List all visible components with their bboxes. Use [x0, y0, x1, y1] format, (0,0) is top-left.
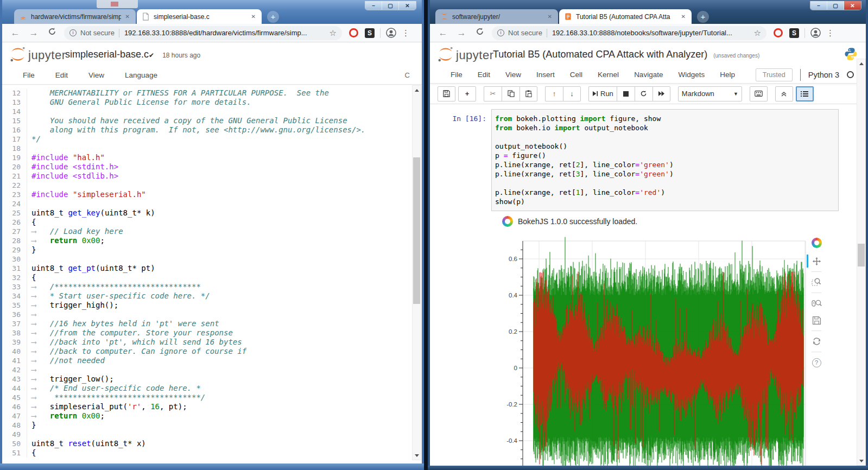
browser-toolbar: ← → i Not secure 192.168.33.10:8888/note… — [430, 24, 866, 42]
code-line: 33⟶/******************************** — [2, 282, 422, 291]
run-button[interactable]: Run — [588, 86, 617, 101]
back-icon[interactable]: ← — [438, 28, 448, 39]
help-tool-icon[interactable]: ? — [809, 355, 824, 370]
info-icon[interactable]: i — [497, 29, 504, 36]
add-cell-button[interactable]: + — [458, 86, 476, 101]
browser-tab-files[interactable]: hardware/victims/firmware/simpl ✕ — [14, 9, 136, 24]
jupyter-logo[interactable]: jupyter — [438, 46, 494, 62]
tab-close-icon[interactable]: ✕ — [124, 14, 131, 20]
scroll-down-arrow[interactable] — [413, 451, 421, 460]
forward-icon[interactable]: → — [456, 28, 467, 39]
restart-kernel-button[interactable] — [635, 86, 652, 101]
divider — [547, 29, 547, 37]
jupyter-logo[interactable]: jupyter — [10, 46, 66, 62]
close-button[interactable]: ✕ — [399, 1, 416, 10]
file-title[interactable]: simpleserial-base.c✔ 18 hours ago — [65, 49, 200, 60]
maximize-button[interactable]: ▢ — [382, 1, 399, 10]
notebook-title[interactable]: Tutorial B5 (Automated CPA Attack with A… — [493, 49, 759, 60]
extension-o-icon[interactable] — [774, 28, 783, 37]
line-number: 26 — [2, 218, 27, 227]
file-favicon — [142, 12, 150, 21]
paste-cell-button[interactable] — [519, 86, 537, 101]
language-mode: C — [405, 71, 410, 79]
reload-icon[interactable] — [474, 27, 485, 39]
scroll-up-arrow[interactable] — [857, 59, 865, 68]
scroll-up-arrow[interactable] — [413, 86, 421, 94]
cell-type-select[interactable]: Markdown ▼ — [678, 86, 742, 101]
browser-tab-notebook[interactable]: Tutorial B5 (Automated CPA Atta ✕ — [559, 9, 692, 24]
collapse-headings-button[interactable] — [775, 86, 793, 101]
page-scrollbar[interactable] — [857, 59, 866, 466]
command-palette-button[interactable] — [750, 86, 768, 101]
extension-s-icon[interactable]: S — [365, 28, 375, 38]
bookmark-star-icon[interactable]: ☆ — [330, 28, 337, 38]
minimize-button[interactable]: – — [365, 1, 382, 10]
tab-close-icon[interactable]: ✕ — [680, 14, 687, 20]
bookmark-star-icon[interactable]: ☆ — [754, 28, 761, 38]
menu-item-navigate[interactable]: Navigate — [634, 71, 663, 79]
cell-input-area[interactable]: from bokeh.plotting import figure, showf… — [491, 109, 839, 211]
menu-item-insert[interactable]: Insert — [536, 71, 555, 79]
forward-icon[interactable]: → — [28, 28, 39, 39]
menu-item-edit[interactable]: Edit — [55, 71, 68, 79]
line-number: 28 — [2, 236, 27, 245]
scrollbar-thumb[interactable] — [413, 157, 420, 304]
back-icon[interactable]: ← — [10, 28, 21, 39]
extension-o-icon[interactable] — [349, 28, 358, 37]
info-icon[interactable]: i — [69, 29, 77, 36]
code-line: 41⟶//not needed — [2, 356, 422, 365]
save-button[interactable] — [438, 86, 455, 101]
menu-item-help[interactable]: Help — [720, 71, 735, 79]
close-button[interactable]: ✕ — [844, 1, 861, 10]
copy-cell-button[interactable] — [502, 86, 519, 101]
interrupt-kernel-button[interactable] — [617, 86, 635, 101]
browser-menu-icon[interactable]: ⋮ — [826, 28, 834, 38]
code-line: 25uint8_t get_key(uint8_t* k) — [2, 208, 422, 218]
scrollbar-thumb[interactable] — [858, 244, 865, 266]
save-tool-icon[interactable] — [809, 313, 824, 327]
minimize-button[interactable]: – — [810, 1, 827, 10]
profile-avatar-icon[interactable] — [386, 28, 396, 38]
bokeh-figure[interactable]: 0.60.40.20-0.2-0.4 — [499, 234, 832, 466]
browser-menu-icon[interactable]: ⋮ — [402, 28, 410, 38]
table-of-contents-button[interactable] — [796, 86, 814, 101]
line-number: 35 — [2, 301, 27, 310]
tab-close-icon[interactable]: ✕ — [250, 14, 257, 20]
menu-item-view[interactable]: View — [505, 71, 521, 79]
profile-avatar-icon[interactable] — [810, 28, 821, 38]
code-editor[interactable]: 12 MERCHANTABILITY or FITNESS FOR A PART… — [2, 85, 422, 460]
menu-item-cell[interactable]: Cell — [570, 71, 582, 79]
menu-item-language[interactable]: Language — [125, 71, 157, 79]
address-bar[interactable]: i Not secure 192.168.33.10:8888/notebook… — [492, 26, 766, 40]
pan-tool-icon[interactable] — [809, 254, 824, 268]
address-bar[interactable]: i Not secure 192.168.33.10:8888/edit/har… — [64, 26, 342, 40]
reload-icon[interactable] — [47, 27, 58, 39]
code-cell[interactable]: In [16]: from bokeh.plotting import figu… — [430, 109, 857, 211]
move-cell-down-button[interactable]: ↓ — [563, 86, 581, 101]
browser-tab-files[interactable]: software/jupyter/ ✕ — [435, 9, 558, 24]
cut-cell-button[interactable]: ✂ — [484, 86, 502, 101]
menu-item-widgets[interactable]: Widgets — [678, 71, 705, 79]
scroll-down-arrow[interactable] — [857, 456, 865, 465]
new-tab-button[interactable]: + — [267, 11, 279, 23]
maximize-button[interactable]: ▢ — [827, 1, 844, 10]
trusted-button[interactable]: Trusted — [756, 68, 793, 81]
bokeh-logo-icon[interactable] — [809, 236, 824, 250]
menu-item-view[interactable]: View — [88, 71, 104, 79]
tab-close-icon[interactable]: ✕ — [547, 14, 553, 20]
extension-s-icon[interactable]: S — [789, 28, 799, 38]
menu-item-file[interactable]: File — [23, 71, 35, 79]
move-cell-up-button[interactable]: ↑ — [545, 86, 563, 101]
browser-tab-editor[interactable]: simpleserial-base.c ✕ — [137, 9, 262, 24]
wheel-zoom-tool-icon[interactable] — [809, 296, 824, 310]
box-zoom-tool-icon[interactable] — [809, 275, 824, 289]
bokeh-plot-canvas[interactable]: 0.60.40.20-0.2-0.4 — [499, 234, 825, 466]
reset-tool-icon[interactable] — [809, 334, 824, 348]
menu-item-kernel[interactable]: Kernel — [598, 71, 619, 79]
menu-item-edit[interactable]: Edit — [478, 71, 490, 79]
editor-scrollbar[interactable] — [412, 85, 421, 460]
code-line: 21#include <stdlib.h> — [2, 172, 422, 181]
menu-item-file[interactable]: File — [451, 71, 462, 79]
new-tab-button[interactable]: + — [697, 11, 709, 23]
restart-run-all-button[interactable] — [652, 86, 670, 101]
